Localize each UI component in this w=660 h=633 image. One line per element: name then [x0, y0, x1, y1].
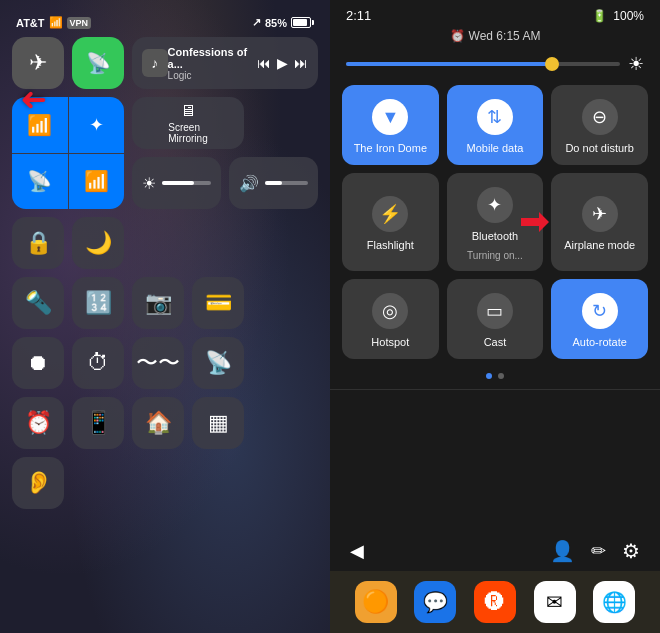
ios-status-bar: AT&T 📶 VPN ↗ 85% [12, 10, 318, 37]
alarm-row: ⏰ Wed 6:15 AM [330, 27, 660, 49]
red-arrow-left: ➜ [20, 82, 47, 120]
dock-app-gmail[interactable]: ✉ [534, 581, 576, 623]
airplane-qs-icon: ✈ [582, 196, 618, 232]
brightness-track [162, 181, 211, 185]
rotation-lock-icon: 🔒 [25, 230, 52, 256]
qs-flashlight-label: Flashlight [367, 238, 414, 252]
cellular-icon: 📡 [86, 51, 111, 75]
nfc-tile[interactable]: 📡 [192, 337, 244, 389]
qr-icon: ▦ [208, 410, 229, 436]
now-playing-tile[interactable]: ♪ Confessions of a... Logic ⏮ ▶ ⏭ [132, 37, 318, 89]
carrier-label: AT&T [16, 17, 45, 29]
battery-icon [291, 17, 314, 28]
android-battery-percent: 100% [613, 9, 644, 23]
volume-slider[interactable]: 🔊 [229, 157, 318, 209]
cellular-tile[interactable]: 📡 [72, 37, 124, 89]
android-brightness-icon: ☀ [628, 53, 644, 75]
qs-tile-hotspot[interactable]: ◎ Hotspot [342, 279, 439, 359]
ios-row-5: ⏺ ⏱ 〜〜 📡 [12, 337, 318, 389]
qs-tile-mobile-data[interactable]: ⇅ Mobile data [447, 85, 544, 165]
android-settings-icon[interactable]: ⚙ [622, 539, 640, 563]
waveform-icon: 〜〜 [136, 348, 180, 378]
brightness-slider[interactable]: ☀ [132, 157, 221, 209]
nfc-icon: 📡 [205, 350, 232, 376]
dnd-label: Do not disturb [565, 141, 633, 155]
hearing-tile[interactable]: 👂 [12, 457, 64, 509]
album-art: ♪ [142, 49, 168, 77]
moon-icon: 🌙 [85, 230, 112, 256]
screen-mirroring-tile[interactable]: 🖥 ScreenMirroring [132, 97, 244, 149]
alarm-clock-icon: ⏰ [450, 29, 465, 43]
qs-tile-iron-dome[interactable]: ▼ The Iron Dome [342, 85, 439, 165]
reddit-icon: 🅡 [485, 591, 505, 614]
play-pause-button[interactable]: ▶ [277, 55, 288, 71]
qs-rotate-label: Auto-rotate [572, 335, 626, 349]
playback-controls: ⏮ ▶ ⏭ [257, 55, 308, 71]
track-artist: Logic [168, 70, 257, 81]
dock-app-reddit[interactable]: 🅡 [474, 581, 516, 623]
airplane-icon: ✈ [29, 50, 47, 76]
airdrop-tile[interactable]: 📡 [12, 154, 68, 210]
home-icon: 🏠 [145, 410, 172, 436]
next-track-button[interactable]: ⏭ [294, 55, 308, 71]
qs-tile-airplane[interactable]: ✈ Airplane mode [551, 173, 648, 270]
rotation-lock-tile[interactable]: 🔒 [12, 217, 64, 269]
android-brightness-track[interactable] [346, 62, 620, 66]
brightness-row: ☀ [330, 49, 660, 85]
qs-tile-cast[interactable]: ▭ Cast [447, 279, 544, 359]
location-icon: ↗ [252, 16, 261, 29]
ios-row-6: ⏰ 📱 🏠 ▦ [12, 397, 318, 449]
sliders-row: ☀ 🔊 [132, 157, 318, 209]
qs-tile-dnd[interactable]: ⊖ Do not disturb [551, 85, 648, 165]
flashlight-icon: 🔦 [25, 290, 52, 316]
qs-tile-flashlight[interactable]: ⚡ Flashlight [342, 173, 439, 270]
bluetooth-tile[interactable]: ✦ [69, 97, 125, 153]
android-edit-icon[interactable]: ✏ [591, 540, 606, 562]
alarm-tile[interactable]: ⏰ [12, 397, 64, 449]
sound-recognition-tile[interactable]: 〜〜 [132, 337, 184, 389]
camera-tile[interactable]: 📷 [132, 277, 184, 329]
qs-tile-auto-rotate[interactable]: ↻ Auto-rotate [551, 279, 648, 359]
card-tile[interactable]: 💳 [192, 277, 244, 329]
quick-settings-grid: ▼ The Iron Dome ⇅ Mobile data ⊖ Do not d… [330, 85, 660, 367]
qs-bluetooth-icon: ✦ [477, 187, 513, 223]
hotspot-icon: 📶 [84, 169, 109, 193]
ios-connectivity-row: 📶 ✦ 📡 📶 🖥 ScreenMirroring [12, 97, 318, 209]
app2-icon: 💬 [423, 590, 448, 614]
previous-track-button[interactable]: ⏮ [257, 55, 271, 71]
qr-tile[interactable]: ▦ [192, 397, 244, 449]
remote-tile[interactable]: 📱 [72, 397, 124, 449]
android-status-bar: 2:11 🔋 100% [330, 0, 660, 27]
ios-row-4: 🔦 🔢 📷 💳 [12, 277, 318, 329]
mobile-data-label: Mobile data [467, 141, 524, 155]
voice-memo-tile[interactable]: ⏺ [12, 337, 64, 389]
dock-app-chrome[interactable]: 🌐 [593, 581, 635, 623]
brightness-fill [162, 181, 194, 185]
iron-dome-icon: ▼ [372, 99, 408, 135]
android-user-icon[interactable]: 👤 [550, 539, 575, 563]
record-icon: ⏺ [27, 350, 49, 376]
ios-row-3: 🔒 🌙 [12, 217, 318, 269]
ios-control-center: ➜ AT&T 📶 VPN ↗ 85% ✈ 📡 [0, 0, 330, 633]
flashlight-tile[interactable]: 🔦 [12, 277, 64, 329]
hotspot-tile[interactable]: 📶 [69, 154, 125, 210]
page-indicator [330, 367, 660, 385]
dnd-icon: ⊖ [582, 99, 618, 135]
gmail-icon: ✉ [546, 590, 563, 614]
dock-app-1[interactable]: 🟠 [355, 581, 397, 623]
screen-mirror-label: ScreenMirroring [168, 122, 207, 144]
android-back-button[interactable]: ◀ [350, 540, 364, 562]
wifi-signal-icon: 📶 [49, 16, 63, 29]
android-brightness-fill [346, 62, 552, 66]
stopwatch-tile[interactable]: ⏱ [72, 337, 124, 389]
card-icon: 💳 [205, 290, 232, 316]
dock-app-2[interactable]: 💬 [414, 581, 456, 623]
chrome-icon: 🌐 [602, 590, 627, 614]
do-not-disturb-tile[interactable]: 🌙 [72, 217, 124, 269]
iron-dome-label: The Iron Dome [354, 141, 427, 155]
calculator-tile[interactable]: 🔢 [72, 277, 124, 329]
ear-icon: 👂 [25, 470, 52, 496]
home-app-tile[interactable]: 🏠 [132, 397, 184, 449]
android-quick-settings: 2:11 🔋 100% ⏰ Wed 6:15 AM ☀ ▼ The Iron D… [330, 0, 660, 633]
now-playing-info: Confessions of a... Logic [168, 46, 257, 81]
